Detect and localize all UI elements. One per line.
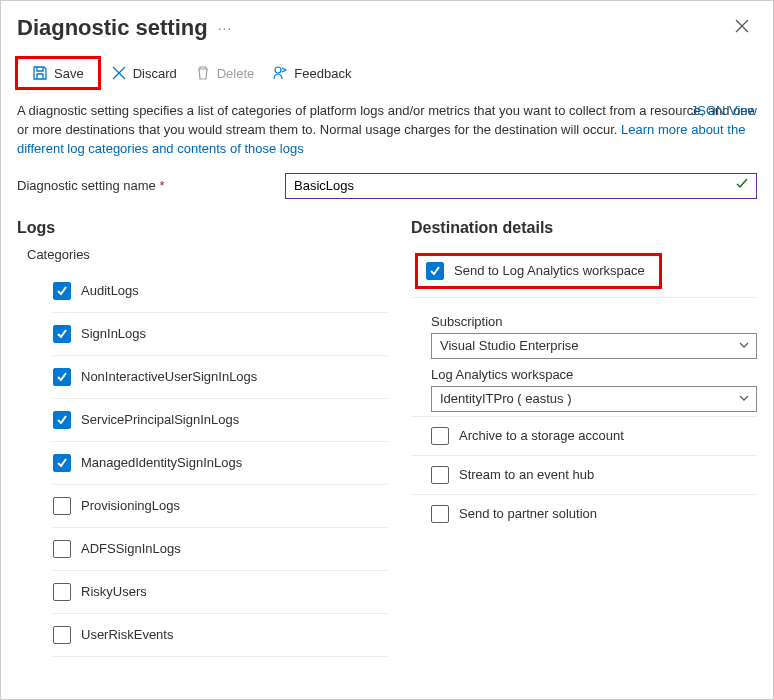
category-label: ADFSSignInLogs (81, 541, 181, 556)
category-item: SignInLogs (53, 313, 387, 356)
log-analytics-highlight: Send to Log Analytics workspace (415, 253, 662, 289)
category-label: ManagedIdentitySignInLogs (81, 455, 242, 470)
eventhub-row: Stream to an event hub (411, 456, 757, 495)
setting-name-input-wrap (285, 173, 757, 199)
category-label: AuditLogs (81, 283, 139, 298)
save-icon (32, 65, 48, 81)
destination-column: Destination details Send to Log Analytic… (411, 211, 757, 657)
category-item: UserRiskEvents (53, 614, 387, 657)
partner-row: Send to partner solution (411, 495, 757, 533)
category-checkbox[interactable] (53, 368, 71, 386)
setting-name-label: Diagnostic setting name * (17, 178, 277, 193)
feedback-icon (272, 65, 288, 81)
categories-label: Categories (27, 247, 387, 262)
delete-button: Delete (187, 61, 263, 85)
setting-name-input[interactable] (285, 173, 757, 199)
subscription-label: Subscription (431, 314, 757, 329)
category-item: NonInteractiveUserSignInLogs (53, 356, 387, 399)
log-analytics-config: Subscription Visual Studio Enterprise Lo… (411, 298, 757, 417)
category-label: ServicePrincipalSignInLogs (81, 412, 239, 427)
diagnostic-setting-panel: Diagnostic setting ··· Save Discard De (0, 0, 774, 700)
required-asterisk: * (159, 178, 164, 193)
chevron-down-icon (738, 392, 750, 407)
log-analytics-row-wrap: Send to Log Analytics workspace (411, 247, 757, 298)
workspace-value: IdentityITPro ( eastus ) (440, 391, 572, 406)
chevron-down-icon (738, 339, 750, 354)
category-label: ProvisioningLogs (81, 498, 180, 513)
category-item: AuditLogs (53, 270, 387, 313)
category-checkbox[interactable] (53, 540, 71, 558)
main-body: Logs Categories AuditLogsSignInLogsNonIn… (1, 211, 773, 673)
discard-button[interactable]: Discard (103, 61, 185, 85)
log-analytics-checkbox[interactable] (426, 262, 444, 280)
storage-label: Archive to a storage account (459, 428, 624, 443)
categories-list: AuditLogsSignInLogsNonInteractiveUserSig… (53, 270, 387, 657)
delete-icon (195, 65, 211, 81)
category-checkbox[interactable] (53, 454, 71, 472)
valid-check-icon (735, 177, 749, 194)
category-item: ServicePrincipalSignInLogs (53, 399, 387, 442)
category-checkbox[interactable] (53, 626, 71, 644)
category-label: UserRiskEvents (81, 627, 173, 642)
close-icon (735, 19, 749, 33)
category-item: ProvisioningLogs (53, 485, 387, 528)
workspace-select[interactable]: IdentityITPro ( eastus ) (431, 386, 757, 412)
json-view-link[interactable]: JSON View (691, 102, 757, 121)
storage-checkbox[interactable] (431, 427, 449, 445)
category-checkbox[interactable] (53, 411, 71, 429)
more-menu[interactable]: ··· (218, 20, 233, 36)
description-block: JSON View A diagnostic setting specifies… (1, 100, 773, 165)
panel-header: Diagnostic setting ··· (1, 1, 773, 50)
eventhub-checkbox[interactable] (431, 466, 449, 484)
category-item: ManagedIdentitySignInLogs (53, 442, 387, 485)
workspace-label: Log Analytics workspace (431, 367, 757, 382)
category-item: ADFSSignInLogs (53, 528, 387, 571)
delete-label: Delete (217, 66, 255, 81)
category-label: RiskyUsers (81, 584, 147, 599)
category-item: RiskyUsers (53, 571, 387, 614)
page-title: Diagnostic setting (17, 15, 208, 41)
logs-heading: Logs (17, 219, 387, 237)
partner-checkbox[interactable] (431, 505, 449, 523)
svg-point-0 (275, 67, 281, 73)
setting-name-label-text: Diagnostic setting name (17, 178, 156, 193)
storage-row: Archive to a storage account (411, 417, 757, 456)
setting-name-row: Diagnostic setting name * (1, 165, 773, 211)
category-checkbox[interactable] (53, 497, 71, 515)
category-checkbox[interactable] (53, 583, 71, 601)
feedback-button[interactable]: Feedback (264, 61, 359, 85)
toolbar: Save Discard Delete Feedback (1, 50, 773, 100)
save-button[interactable]: Save (24, 61, 92, 85)
log-analytics-label: Send to Log Analytics workspace (454, 263, 645, 278)
eventhub-label: Stream to an event hub (459, 467, 594, 482)
category-checkbox[interactable] (53, 282, 71, 300)
discard-icon (111, 65, 127, 81)
save-highlight: Save (15, 56, 101, 90)
subscription-select[interactable]: Visual Studio Enterprise (431, 333, 757, 359)
partner-label: Send to partner solution (459, 506, 597, 521)
subscription-value: Visual Studio Enterprise (440, 338, 579, 353)
feedback-label: Feedback (294, 66, 351, 81)
discard-label: Discard (133, 66, 177, 81)
close-button[interactable] (727, 13, 757, 42)
logs-column: Logs Categories AuditLogsSignInLogsNonIn… (17, 211, 387, 657)
category-label: SignInLogs (81, 326, 146, 341)
category-label: NonInteractiveUserSignInLogs (81, 369, 257, 384)
category-checkbox[interactable] (53, 325, 71, 343)
destination-heading: Destination details (411, 219, 757, 237)
save-label: Save (54, 66, 84, 81)
